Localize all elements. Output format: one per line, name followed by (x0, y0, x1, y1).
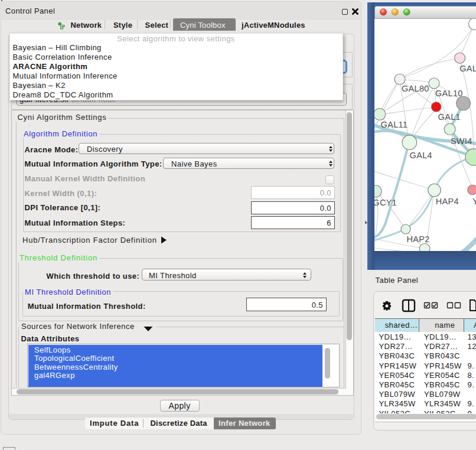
svg-text:HAP4: HAP4 (436, 197, 459, 206)
svg-text:SWI4: SWI4 (451, 136, 472, 146)
svg-text:Y: Y (472, 197, 476, 206)
svg-text:GAL11: GAL11 (381, 120, 408, 129)
svg-text:GCY1: GCY1 (374, 197, 397, 207)
svg-text:GAL4: GAL4 (410, 150, 432, 159)
svg-text:GAL1: GAL1 (438, 112, 461, 122)
svg-text:GAL80: GAL80 (402, 83, 429, 93)
svg-text:HAP2: HAP2 (407, 234, 430, 244)
svg-text:GAL10: GAL10 (435, 88, 463, 97)
svg-text:GAL2: GAL2 (459, 64, 476, 73)
